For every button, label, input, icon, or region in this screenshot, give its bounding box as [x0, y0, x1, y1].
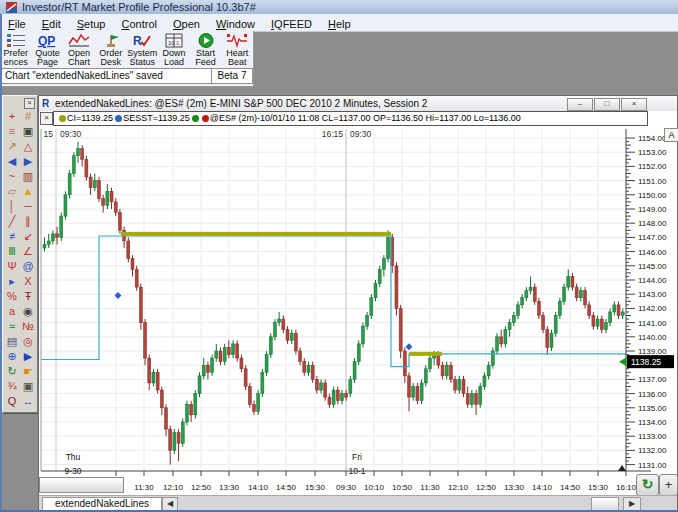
zoom-in-tool-icon[interactable]: ⊕: [4, 349, 20, 364]
pan-hand-tool-icon[interactable]: ☛: [20, 364, 36, 379]
time-label: 15:30: [588, 483, 609, 492]
palette-close-icon[interactable]: ×: [24, 98, 35, 109]
quote-page-button[interactable]: QPQuotePage: [32, 31, 64, 67]
text-a-tool-icon[interactable]: a: [4, 304, 20, 319]
parallel-lines-tool-icon[interactable]: ∥: [20, 214, 36, 229]
candle-body: [449, 365, 452, 379]
beta-badge: Beta 7: [211, 68, 253, 84]
back-arrow-icon[interactable]: ◀: [4, 154, 20, 169]
candle-body: [558, 301, 561, 315]
angle-tool-icon[interactable]: ∠: [20, 244, 36, 259]
menu-edit[interactable]: Edit: [34, 16, 69, 30]
candle-body: [110, 191, 113, 202]
numbers-tool-icon[interactable]: №: [20, 319, 36, 334]
alert-bell-icon[interactable]: ▲: [20, 184, 36, 199]
candle-body: [533, 287, 536, 301]
candle-body: [248, 387, 251, 405]
trash-icon[interactable]: ▣: [20, 124, 36, 139]
price-label: 1136.00: [638, 390, 667, 399]
time-label: 13:30: [504, 483, 525, 492]
measure-tool-icon[interactable]: ↔: [20, 394, 36, 409]
tab-scroll-left-icon[interactable]: ◀: [162, 497, 178, 511]
session-end-label: 15: [44, 129, 54, 139]
candle-body: [169, 429, 172, 450]
camera-tool-icon[interactable]: ◉: [20, 304, 36, 319]
calendar-tool-icon[interactable]: ▤: [4, 334, 20, 349]
preferences-button[interactable]: Preferences: [0, 31, 32, 67]
scrollbar-thumb[interactable]: [591, 497, 619, 511]
candle-chart-icon[interactable]: ▥: [20, 169, 36, 184]
menu-file[interactable]: File: [0, 16, 34, 30]
candle-body: [345, 394, 348, 398]
menu-help[interactable]: Help: [320, 16, 359, 30]
candle-body: [324, 383, 327, 397]
time-label: 14:50: [560, 483, 581, 492]
page-icon[interactable]: ▱: [4, 184, 20, 199]
close-button[interactable]: ×: [621, 98, 647, 111]
menu-setup[interactable]: Setup: [69, 16, 114, 30]
refresh-tool-icon[interactable]: ↻: [4, 364, 20, 379]
download-button[interactable]: 101DownLoad: [158, 31, 190, 67]
trendline-tool-icon[interactable]: ╱: [4, 214, 20, 229]
zigzag-tool-icon[interactable]: ≈: [4, 319, 20, 334]
chart-window-title-bar[interactable]: R extendedNakedLines: @ES# (2m) E-MINI S…: [39, 96, 677, 112]
candle-body: [361, 326, 364, 344]
forward-arrow-icon[interactable]: ▶: [20, 154, 36, 169]
fib-grid-tool-icon[interactable]: Ⅲ: [4, 244, 20, 259]
time-label: 12:10: [163, 483, 184, 492]
candle-body: [198, 376, 201, 394]
zoom-plus-button[interactable]: +: [659, 474, 678, 496]
minimize-button[interactable]: –: [567, 98, 593, 111]
percent-lines-tool-icon[interactable]: %: [4, 289, 20, 304]
menu-iqfeed[interactable]: IQFEED: [263, 16, 320, 30]
last-price-label: 1138.25: [631, 357, 661, 367]
candle-body: [466, 394, 469, 405]
line-chart-icon[interactable]: ~: [4, 169, 20, 184]
spiral-tool-icon[interactable]: @: [20, 259, 36, 274]
auto-scale-button[interactable]: A: [664, 128, 678, 142]
candle-body: [521, 298, 524, 305]
candle-body: [483, 376, 486, 387]
start-feed-button[interactable]: StartFeed: [190, 31, 222, 67]
snapshot-tool-icon[interactable]: ▣: [20, 379, 36, 394]
alarm-tool-icon[interactable]: ◎: [20, 334, 36, 349]
candle-body: [567, 276, 570, 287]
delete-cross-tool-icon[interactable]: X: [20, 274, 36, 289]
data-line-close-icon[interactable]: ×: [40, 112, 53, 125]
order-desk-button[interactable]: OrderDesk: [95, 31, 127, 67]
price-label: 1143.00: [638, 290, 667, 299]
scroll-right-icon[interactable]: ▶: [623, 497, 641, 511]
candle-body: [479, 387, 482, 405]
q-zoom-tool-icon[interactable]: Q: [4, 394, 20, 409]
horizontal-scrollbar-thumb[interactable]: [39, 477, 124, 493]
heart-beat-button[interactable]: HeartBeat: [221, 31, 253, 67]
restore-button[interactable]: □: [594, 98, 620, 111]
menu-control[interactable]: Control: [113, 16, 164, 30]
candle-body: [571, 276, 574, 287]
arrow-tool-icon[interactable]: ↙: [20, 229, 36, 244]
tab-extendednakedlines[interactable]: extendedNakedLines: [42, 497, 162, 511]
play-flag-tool-icon[interactable]: ▶: [20, 349, 36, 364]
chart-edit-icon[interactable]: ↗: [4, 139, 20, 154]
xyz-pointer-icon[interactable]: +: [4, 109, 20, 124]
menu-open[interactable]: Open: [165, 16, 208, 30]
vertical-line-tool-icon[interactable]: │: [4, 199, 20, 214]
system-status-button[interactable]: RSystemStatus: [127, 31, 159, 67]
horizontal-line-tool-icon[interactable]: ─: [20, 199, 36, 214]
open-chart-button[interactable]: OpenChart: [63, 31, 95, 67]
refresh-chart-button[interactable]: ↻: [636, 474, 659, 496]
fraction-tool-icon[interactable]: ¾: [4, 379, 20, 394]
quote-list-icon[interactable]: ≡: [4, 124, 20, 139]
stamp-icon[interactable]: #: [20, 109, 36, 124]
candle-body: [546, 330, 549, 348]
xyz-axis-icon[interactable]: △: [20, 139, 36, 154]
flag-tool-icon[interactable]: ▸: [4, 274, 20, 289]
price-chart[interactable]: 1509:3016:1509:301131.001132.001133.0011…: [39, 127, 677, 495]
crossed-lines-tool-icon[interactable]: ≠: [4, 229, 20, 244]
text-stamp-tool-icon[interactable]: Ŧ: [20, 289, 36, 304]
time-label: 12:50: [476, 483, 497, 492]
time-label: 14:10: [248, 483, 269, 492]
candle-body: [458, 379, 461, 390]
pitchfork-tool-icon[interactable]: Ψ: [4, 259, 20, 274]
menu-window[interactable]: Window: [208, 16, 263, 30]
